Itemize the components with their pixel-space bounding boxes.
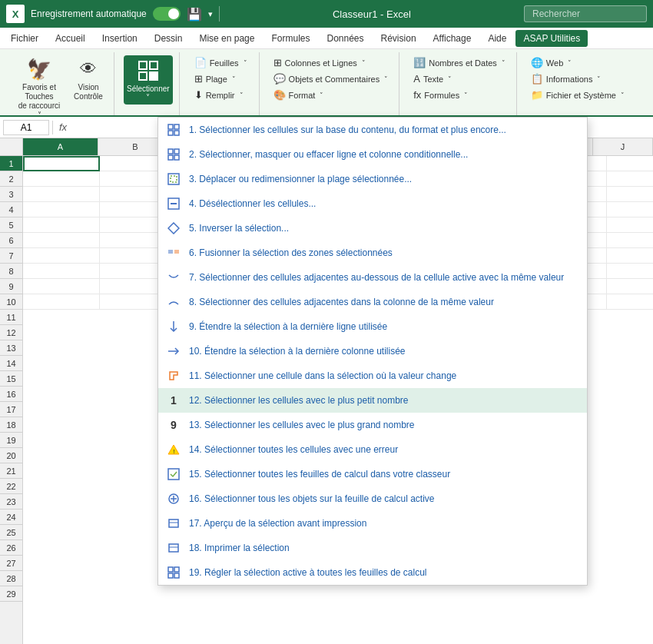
fichier-icon: 📁 — [531, 89, 543, 101]
menu-insertion[interactable]: Insertion — [94, 30, 145, 47]
dropdown-item[interactable]: 15. Sélectionner toutes les feuilles de … — [158, 462, 587, 486]
row-header-25[interactable]: 25 — [0, 525, 22, 540]
dropdown-item[interactable]: 9. Étendre la sélection à la dernière li… — [158, 314, 587, 339]
ribbon-group-selectionner: Sélectionner˅ — [118, 52, 180, 115]
cell-a1[interactable] — [23, 156, 100, 171]
row-header-24[interactable]: 24 — [0, 510, 22, 525]
dropdown-item[interactable]: 3. Déplacer ou redimensionner la plage s… — [158, 167, 587, 191]
vision-label: VisionContrôle — [74, 83, 103, 101]
format-button[interactable]: 🎨 Format ˅ — [269, 88, 393, 102]
item-svg-icon — [166, 491, 181, 506]
favoris-button[interactable]: 🦅 Favoris et Touchesde raccourci ˅ — [12, 55, 66, 117]
svg-rect-10 — [168, 155, 173, 160]
menu-aide[interactable]: Aide — [480, 30, 514, 47]
remplir-caret: ˅ — [240, 91, 244, 99]
cell-a2[interactable] — [23, 171, 100, 187]
feuilles-caret: ˅ — [244, 59, 247, 67]
texte-label: Texte — [423, 75, 443, 84]
menu-mise-en-page[interactable]: Mise en page — [191, 30, 262, 47]
autosave-toggle[interactable] — [153, 7, 181, 21]
dropdown-item[interactable]: 16. Sélectionner tous les objets sur la … — [158, 486, 587, 511]
row-header-10[interactable]: 10 — [0, 294, 22, 310]
row-header-27[interactable]: 27 — [0, 556, 22, 571]
informations-button[interactable]: 📋 Informations ˅ — [526, 71, 629, 86]
menu-asap[interactable]: ASAP Utilities — [515, 30, 588, 47]
remplir-button[interactable]: ⬇ Remplir ˅ — [190, 88, 252, 102]
row-header-11[interactable]: 11 — [0, 310, 22, 325]
texte-button[interactable]: A Texte ˅ — [409, 71, 510, 86]
row-header-3[interactable]: 3 — [0, 187, 22, 202]
dropdown-item[interactable]: 10. Étendre la sélection à la dernière c… — [158, 339, 587, 363]
menu-revision[interactable]: Révision — [373, 30, 424, 47]
web-button[interactable]: 🌐 Web ˅ — [526, 55, 629, 70]
dropdown-item[interactable]: 5. Inverser la sélection... — [158, 216, 587, 241]
item-text: 15. Sélectionner toutes les feuilles de … — [189, 469, 579, 480]
cell-j1[interactable] — [607, 156, 653, 171]
menu-dessin[interactable]: Dessin — [147, 30, 191, 47]
fichier-systeme-button[interactable]: 📁 Fichier et Système ˅ — [526, 88, 629, 102]
nombres-caret: ˅ — [502, 59, 505, 67]
row-header-15[interactable]: 15 — [0, 371, 22, 387]
dropdown-item[interactable]: 7. Sélectionner des cellules adjacentes … — [158, 265, 587, 290]
row-header-19[interactable]: 19 — [0, 433, 22, 448]
row-header-5[interactable]: 5 — [0, 217, 22, 233]
row-header-17[interactable]: 17 — [0, 402, 22, 417]
quick-access-arrow[interactable]: ▾ — [208, 9, 213, 19]
row-header-26[interactable]: 26 — [0, 540, 22, 556]
autosave-label: Enregistrement automatique — [31, 8, 147, 19]
objets-button[interactable]: 💬 Objets et Commentaires ˅ — [269, 71, 393, 86]
row-header-2[interactable]: 2 — [0, 171, 22, 187]
row-header-28[interactable]: 28 — [0, 571, 22, 586]
vision-controle-button[interactable]: 👁 VisionContrôle — [69, 55, 108, 103]
save-icon[interactable]: 💾 — [187, 7, 202, 22]
row-header-9[interactable]: 9 — [0, 279, 22, 294]
dropdown-item[interactable]: ! 14. Sélectionner toutes les cellules a… — [158, 437, 587, 462]
dropdown-item[interactable]: 1. Sélectionner les cellules sur la base… — [158, 118, 587, 142]
row-header-14[interactable]: 14 — [0, 356, 22, 371]
dropdown-item[interactable]: 1 12. Sélectionner les cellules avec le … — [158, 388, 587, 413]
row-header-7[interactable]: 7 — [0, 248, 22, 264]
feuilles-button[interactable]: 📄 Feuilles ˅ — [190, 55, 252, 70]
search-input[interactable] — [524, 5, 647, 22]
dropdown-item[interactable]: 8. Sélectionner des cellules adjacentes … — [158, 290, 587, 314]
nombres-dates-button[interactable]: 🔢 Nombres et Dates ˅ — [409, 55, 510, 70]
col-header-j[interactable]: J — [593, 138, 653, 155]
col-header-a[interactable]: A — [23, 138, 98, 155]
item-text: 5. Inverser la sélection... — [189, 223, 579, 234]
row-header-18[interactable]: 18 — [0, 417, 22, 433]
remplir-icon: ⬇ — [194, 89, 203, 101]
dropdown-item[interactable]: 2. Sélectionner, masquer ou effacer lign… — [158, 142, 587, 167]
dropdown-item[interactable]: 18. Imprimer la sélection — [158, 536, 587, 560]
plage-button[interactable]: ⊞ Plage ˅ — [190, 71, 252, 86]
selectionner-label: Sélectionner˅ — [127, 85, 170, 101]
cell-reference[interactable] — [3, 120, 49, 135]
dropdown-item[interactable]: 9 13. Sélectionner les cellules avec le … — [158, 413, 587, 437]
dropdown-item[interactable]: 19. Régler la sélection active à toutes … — [158, 560, 587, 585]
row-header-4[interactable]: 4 — [0, 202, 22, 217]
row-header-20[interactable]: 20 — [0, 448, 22, 463]
row-header-13[interactable]: 13 — [0, 340, 22, 356]
row-header-8[interactable]: 8 — [0, 264, 22, 279]
row-header-21[interactable]: 21 — [0, 463, 22, 479]
menu-fichier[interactable]: Fichier — [3, 30, 46, 47]
row-header-29[interactable]: 29 — [0, 586, 22, 602]
informations-label: Informations — [546, 75, 593, 84]
row-header-16[interactable]: 16 — [0, 387, 22, 402]
row-header-22[interactable]: 22 — [0, 479, 22, 494]
selectionner-button[interactable]: Sélectionner˅ — [124, 55, 173, 105]
dropdown-item[interactable]: 6. Fusionner la sélection des zones séle… — [158, 241, 587, 265]
menu-accueil[interactable]: Accueil — [48, 30, 93, 47]
row-header-1[interactable]: 1 — [0, 156, 22, 171]
col-row-icon: ⊞ — [273, 57, 282, 68]
row-header-23[interactable]: 23 — [0, 494, 22, 510]
formules-button[interactable]: fx Formules ˅ — [409, 88, 510, 102]
dropdown-item[interactable]: 17. Aperçu de la sélection avant impress… — [158, 511, 587, 536]
colonnes-lignes-button[interactable]: ⊞ Colonnes et Lignes ˅ — [269, 55, 393, 70]
menu-affichage[interactable]: Affichage — [426, 30, 479, 47]
row-header-12[interactable]: 12 — [0, 325, 22, 340]
menu-donnees[interactable]: Données — [319, 30, 371, 47]
menu-formules[interactable]: Formules — [264, 30, 317, 47]
dropdown-item[interactable]: 4. Désélectionner les cellules... — [158, 191, 587, 216]
dropdown-item[interactable]: 11. Sélectionner une cellule dans la sél… — [158, 363, 587, 388]
row-header-6[interactable]: 6 — [0, 233, 22, 248]
